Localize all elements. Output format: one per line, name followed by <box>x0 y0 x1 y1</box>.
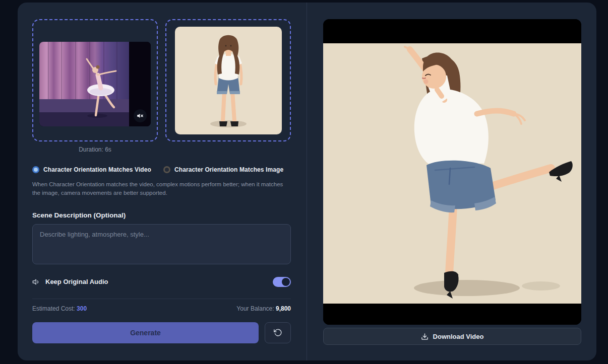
video-frame <box>323 43 581 304</box>
balance-value: 9,800 <box>276 305 291 312</box>
video-thumbnail <box>39 42 151 126</box>
reset-button[interactable] <box>265 322 291 343</box>
character-image-thumbnail <box>175 27 282 134</box>
cost-row: Estimated Cost: 300 Your Balance: 9,800 <box>32 305 291 312</box>
download-video-label: Download Video <box>433 333 484 340</box>
orientation-matches-image-radio[interactable]: Character Orientation Matches Image <box>163 166 283 173</box>
estimated-cost: Estimated Cost: 300 <box>32 305 87 312</box>
scene-description-input[interactable] <box>32 224 291 264</box>
standing-character-art <box>175 27 282 134</box>
mute-button[interactable] <box>134 109 147 122</box>
radio-selected-icon <box>32 166 39 173</box>
result-video-player <box>323 19 581 325</box>
preview-column: Download Video <box>307 3 596 360</box>
video-upload-card[interactable] <box>32 19 158 141</box>
balance: Your Balance: 9,800 <box>236 305 291 312</box>
generate-button[interactable]: Generate <box>32 322 259 343</box>
toggle-knob <box>282 278 290 286</box>
download-icon <box>421 333 429 340</box>
footer-divider <box>32 299 291 299</box>
orientation-image-label: Character Orientation Matches Image <box>174 166 283 173</box>
keep-audio-row: Keep Original Audio <box>32 277 291 287</box>
orientation-helper-text: When Character Orientation matches the v… <box>32 180 290 198</box>
image-upload-card[interactable] <box>165 19 291 141</box>
balance-label: Your Balance: <box>236 305 274 312</box>
main-panel: Duration: 6s Character Orientation Match… <box>18 3 596 360</box>
estimated-cost-label: Estimated Cost: <box>32 305 75 312</box>
upload-cards <box>32 19 292 141</box>
download-video-button[interactable]: Download Video <box>323 328 581 345</box>
radio-unselected-icon <box>163 166 170 173</box>
dancing-character-art <box>323 43 581 304</box>
orientation-options: Character Orientation Matches Video Char… <box>32 166 292 173</box>
letterbox-bottom <box>323 304 581 325</box>
letterbox-top <box>323 19 581 43</box>
orientation-matches-video-radio[interactable]: Character Orientation Matches Video <box>32 166 151 173</box>
duration-label: Duration: 6s <box>32 146 158 153</box>
keep-audio-label: Keep Original Audio <box>45 278 108 285</box>
action-buttons: Generate <box>32 322 291 343</box>
keep-audio-toggle[interactable] <box>273 277 291 287</box>
speaker-muted-icon <box>137 112 144 119</box>
speaker-icon <box>32 278 40 286</box>
scene-description-label: Scene Description (Optional) <box>32 211 292 219</box>
orientation-video-label: Character Orientation Matches Video <box>43 166 151 173</box>
settings-column: Duration: 6s Character Orientation Match… <box>18 3 307 360</box>
rotate-ccw-icon <box>274 328 282 337</box>
estimated-cost-value: 300 <box>77 305 87 312</box>
